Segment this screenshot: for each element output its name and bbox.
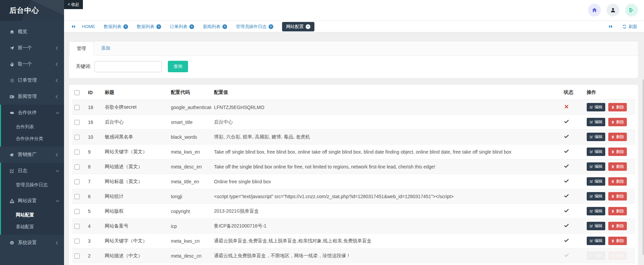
sidebar-item-admin-operation-log[interactable]: 管理员操作日志 [1, 179, 64, 191]
delete-button[interactable]: 删除 [608, 251, 627, 260]
pencil-icon [589, 165, 593, 168]
status-on-icon [564, 193, 569, 198]
select-all-checkbox[interactable] [74, 90, 80, 95]
query-button[interactable]: 查询 [168, 61, 188, 72]
delete-button[interactable]: 删除 [608, 118, 627, 126]
delete-button[interactable]: 删除 [608, 207, 627, 215]
row-checkbox[interactable] [74, 194, 80, 199]
col-header-id: ID [85, 85, 102, 100]
delete-button[interactable]: 删除 [608, 222, 627, 230]
edit-button[interactable]: 编辑 [587, 251, 605, 260]
tab-admin-log[interactable]: 管理员操作日志 × [236, 24, 273, 30]
edit-button[interactable]: 编辑 [587, 222, 605, 230]
sidebar-item-order-management[interactable]: 订单管理 [0, 72, 64, 88]
sidebar-item-label: 留一个 [18, 45, 32, 51]
table-row: 18 谷歌令牌secret google_authenticator LFNTZ… [72, 100, 635, 115]
main-area: < 收起 HOME 数据列表 × [64, 0, 644, 265]
pencil-icon [589, 150, 593, 154]
tab-data-list-1[interactable]: 数据列表 × [104, 24, 128, 30]
sidebar-collapse-button[interactable]: < 收起 [64, 0, 83, 9]
edit-button[interactable]: 编辑 [587, 177, 605, 186]
tab-data-list-2[interactable]: 数据列表 × [137, 24, 161, 30]
sidebar-item-overview[interactable]: 概览 [0, 24, 64, 40]
cell-value: Online free single blind box [211, 174, 561, 189]
delete-button[interactable]: 删除 [608, 192, 627, 201]
delete-button[interactable]: 删除 [608, 162, 627, 171]
row-checkbox[interactable] [74, 179, 80, 184]
tab-label: 数据列表 [104, 24, 121, 30]
tab-site-config[interactable]: 网站配置 × [282, 22, 314, 31]
sidebar-item-site-config[interactable]: 网站配置 [1, 209, 64, 221]
trash-icon [611, 239, 615, 243]
user-icon [610, 7, 616, 13]
tab-close-icon[interactable]: × [306, 24, 310, 29]
edit-button[interactable]: 编辑 [587, 133, 605, 141]
delete-button[interactable]: 删除 [608, 237, 627, 245]
scroll-tabs-right-button[interactable] [608, 24, 613, 29]
row-checkbox[interactable] [74, 239, 80, 244]
edit-button[interactable]: 编辑 [587, 118, 605, 126]
row-checkbox[interactable] [74, 209, 80, 214]
home-button[interactable] [588, 4, 601, 17]
tab-bar-right: 刷新 [608, 24, 637, 30]
keyword-input[interactable] [94, 61, 162, 72]
row-checkbox[interactable] [74, 105, 80, 110]
delete-button[interactable]: 删除 [608, 103, 627, 111]
cell-code: meta_kws_cn [168, 234, 211, 248]
delete-button[interactable]: 删除 [608, 177, 627, 186]
sidebar-item-basic-config[interactable]: 基础配置 [1, 221, 64, 233]
row-checkbox[interactable] [74, 224, 80, 229]
row-checkbox[interactable] [74, 254, 80, 259]
cell-value: <script type="text/javascript" src="http… [211, 189, 561, 204]
delete-button[interactable]: 删除 [608, 133, 627, 141]
sidebar-item-marketing[interactable]: 营销推广 [0, 147, 64, 163]
tab-close-icon[interactable]: × [222, 24, 227, 29]
trash-icon [611, 105, 615, 109]
logout-button[interactable] [625, 4, 638, 17]
scroll-tabs-left-button[interactable] [71, 24, 76, 29]
panel-tab-manage[interactable]: 管理 [69, 42, 94, 56]
table-row: 16 后台中心 smart_title 后台中心 编辑 删除 [72, 115, 635, 130]
sidebar-item-news-management[interactable]: 新闻管理 [0, 88, 64, 105]
cell-code: copyright [168, 204, 211, 219]
sidebar-item-take-one[interactable]: 取一个 [0, 56, 64, 72]
edit-button[interactable]: 编辑 [587, 207, 605, 215]
panel-tab-add[interactable]: 添加 [94, 42, 118, 55]
sidebar-item-site-settings[interactable]: 网站设置 [1, 193, 64, 209]
user-button[interactable] [607, 4, 619, 17]
cell-title: 网站标题（中文） [102, 263, 168, 265]
scrollbar[interactable] [642, 32, 644, 265]
row-checkbox[interactable] [74, 135, 80, 140]
tab-close-icon[interactable]: × [123, 24, 128, 29]
row-checkbox[interactable] [74, 164, 80, 169]
tab-order-list[interactable]: 订单列表 × [170, 24, 194, 30]
edit-button[interactable]: 编辑 [587, 148, 605, 156]
tab-close-icon[interactable]: × [269, 24, 273, 29]
list-icon [9, 78, 14, 83]
col-header-code: 配置代码 [168, 85, 211, 100]
tab-label: 新闻列表 [203, 24, 220, 30]
sidebar-item-partner-categories[interactable]: 合作伙伴分类 [1, 133, 64, 144]
scrollbar-thumb[interactable] [643, 79, 644, 255]
sidebar-item-logs[interactable]: 日志 [1, 163, 64, 179]
tab-close-icon[interactable]: × [156, 24, 161, 29]
sidebar-item-partners[interactable]: 合作伙伴 [1, 105, 64, 121]
cell-id: 8 [85, 159, 102, 174]
tab-news-list[interactable]: 新闻列表 × [203, 24, 227, 30]
edit-button[interactable]: 编辑 [587, 162, 605, 171]
edit-button[interactable]: 编辑 [587, 103, 605, 111]
edit-button[interactable]: 编辑 [587, 192, 605, 201]
tab-home[interactable]: HOME [82, 24, 95, 29]
edit-button[interactable]: 编辑 [587, 237, 605, 245]
row-checkbox[interactable] [74, 150, 80, 155]
sidebar-item-leave-one[interactable]: 留一个 [0, 40, 64, 56]
refresh-button[interactable]: 刷新 [622, 24, 637, 30]
cell-id: 5 [85, 204, 102, 219]
sidebar-item-partner-list[interactable]: 合作列表 [1, 121, 64, 133]
delete-button[interactable]: 删除 [608, 148, 627, 156]
col-header-value: 配置值 [211, 85, 561, 100]
row-checkbox[interactable] [74, 120, 80, 125]
tab-close-icon[interactable]: × [189, 24, 194, 29]
table-row: 5 网站版权 copyright 2013-2021©脱单盲盒 编辑 删除 [72, 204, 635, 219]
sidebar-item-system-settings[interactable]: 系统设置 [0, 235, 64, 251]
